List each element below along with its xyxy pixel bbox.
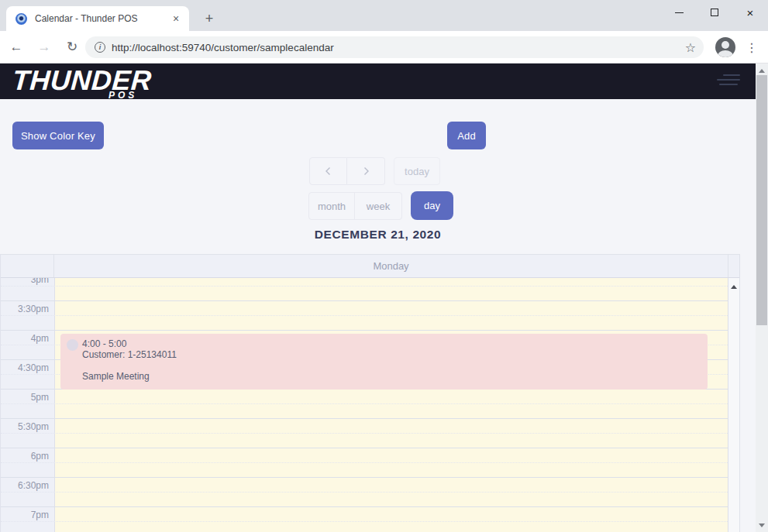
browser-tab[interactable]: Calendar - Thunder POS × [6,6,189,31]
logo-subtext: POS [108,90,137,101]
show-color-key-button[interactable]: Show Color Key [12,122,104,149]
scroll-up-icon [759,69,765,73]
app-header: THUNDER POS [0,63,756,99]
time-slot-row[interactable]: 5:30pm [1,418,728,448]
window-controls: × [661,0,768,31]
view-day-button[interactable]: day [411,191,453,220]
back-button[interactable]: ← [5,36,28,59]
page-scrollbar[interactable] [756,63,768,532]
address-bar[interactable]: i http://localhost:59740/customer/sample… [85,36,704,58]
forward-button[interactable]: → [33,36,56,59]
tab-close-icon[interactable]: × [169,12,183,26]
quarter-hour-line [1,403,728,404]
calendar-header-row: Monday [1,254,739,278]
calendar-nav-group [309,157,385,185]
time-label: 5pm [1,392,49,403]
page-info-icon[interactable]: i [95,42,105,53]
avatar-body [718,50,733,57]
browser-window: Calendar - Thunder POS × + × ← → ↻ i htt… [0,0,768,532]
quarter-hour-line [1,433,728,434]
calendar: Monday 3pm3:30pm4pm4:30pm5pm5:30pm6pm6:3… [0,254,740,532]
calendar-event[interactable]: 4:00 - 5:00 Customer: 1-25134011 Sample … [60,334,708,390]
hamburger-menu-icon[interactable] [717,74,742,88]
scroll-up-icon[interactable] [731,285,737,289]
calendar-body: 3pm3:30pm4pm4:30pm5pm5:30pm6pm6:30pm7pm … [1,278,739,532]
quarter-hour-line [1,286,728,287]
reload-button[interactable]: ↻ [60,36,84,59]
time-label: 5:30pm [1,421,49,432]
chevron-right-icon [362,166,370,176]
time-slot-row[interactable]: 5pm [1,389,728,418]
event-dot-icon [67,339,78,351]
event-time: 4:00 - 5:00 [82,338,698,349]
time-grid[interactable]: 3pm3:30pm4pm4:30pm5pm5:30pm6pm6:30pm7pm [1,278,728,532]
quarter-hour-line [1,315,728,316]
page-scroll-down-button[interactable] [756,520,768,530]
profile-avatar[interactable] [715,37,735,57]
tab-title: Calendar - Thunder POS [35,13,169,24]
new-tab-button[interactable]: + [200,9,219,28]
time-slot-row[interactable]: 7pm [1,506,728,532]
favicon-icon [15,13,27,25]
page-scrollbar-thumb[interactable] [756,75,767,325]
time-label: 4:30pm [1,362,49,373]
url-text[interactable]: http://localhost:59740/customer/sampleca… [112,42,685,53]
time-label: 3pm [1,278,49,285]
minimize-button[interactable] [661,0,697,25]
time-gutter-header [1,255,54,277]
view-month-button[interactable]: month [308,192,355,220]
prev-button[interactable] [309,157,347,185]
time-label: 4pm [1,333,49,344]
bookmark-star-icon[interactable]: ☆ [685,40,696,55]
view-week-button[interactable]: week [354,192,402,220]
add-button[interactable]: Add [447,122,486,149]
chevron-left-icon [324,166,332,176]
event-title: Sample Meeting [82,371,698,382]
day-column-header: Monday [54,255,728,277]
time-label: 3:30pm [1,304,49,314]
maximize-button[interactable] [697,0,732,25]
calendar-date-title: DECEMBER 21, 2020 [0,228,756,242]
time-slot-row[interactable]: 6:30pm [1,477,728,506]
time-label: 6pm [1,451,49,462]
close-icon: × [747,7,754,19]
time-slot-row[interactable]: 3pm [1,278,728,300]
event-customer: Customer: 1-25134011 [82,349,698,360]
time-label: 6:30pm [1,480,49,491]
browser-toolbar: ← → ↻ i http://localhost:59740/customer/… [0,31,768,63]
time-slot-row[interactable]: 6pm [1,448,728,477]
thunder-pos-logo: THUNDER POS [12,64,152,97]
quarter-hour-line [1,521,728,522]
page-scroll-up-button[interactable] [756,65,768,76]
next-button[interactable] [347,157,385,185]
page-content: THUNDER POS Show Color Key Add today mon… [0,63,768,532]
time-label: 7pm [1,510,49,520]
quarter-hour-line [1,492,728,493]
quarter-hour-line [1,462,728,463]
today-button[interactable]: today [394,157,440,185]
minimize-icon [675,12,684,13]
browser-menu-icon[interactable]: ⋮ [742,37,762,57]
calendar-scrollbar[interactable] [728,278,739,532]
avatar-head [722,41,729,49]
scrollbar-gutter-header [728,255,739,277]
close-button[interactable]: × [732,0,768,25]
browser-tab-bar: Calendar - Thunder POS × + × [0,0,768,31]
time-slot-row[interactable]: 3:30pm [1,300,728,330]
maximize-icon [711,9,718,16]
scroll-down-icon [759,523,765,527]
